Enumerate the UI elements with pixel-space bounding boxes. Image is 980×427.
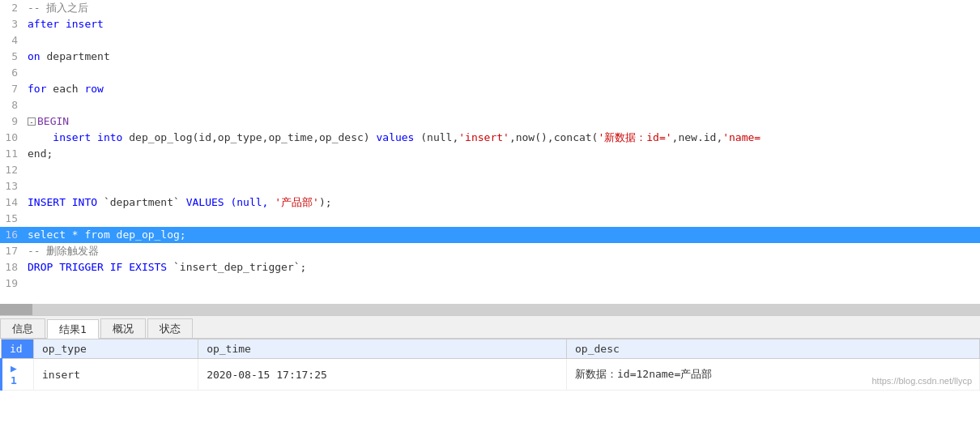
string-token: '新数据：id=' (598, 131, 671, 143)
keyword-token: after insert (28, 18, 104, 30)
code-line-14: 14 INSERT INTO `department` VALUES (null… (0, 194, 980, 211)
scrollbar-thumb[interactable] (0, 304, 32, 315)
code-line-10: 10 insert into dep_op_log(id,op_type,op_… (0, 130, 980, 146)
line-content (24, 162, 980, 178)
code-line-18: 18 DROP TRIGGER IF EXISTS `insert_dep_tr… (0, 259, 980, 275)
line-content: select * from dep_op_log; (24, 227, 980, 243)
code-table: 2 -- 插入之后 3 after insert 4 5 on departme… (0, 0, 980, 292)
keyword-token: for (28, 83, 53, 95)
text-token: ,now(),concat( (509, 131, 599, 143)
results-table: id op_type op_time op_desc ▶ 1 insert 20… (0, 339, 980, 391)
code-line-11: 11 end; (0, 146, 980, 162)
keyword-token: VALUES (null, (180, 196, 275, 208)
code-line-16: 16 select * from dep_op_log; (0, 227, 980, 243)
tab-info[interactable]: 信息 (0, 318, 45, 338)
line-number: 16 (0, 227, 24, 243)
line-content: INSERT INTO `department` VALUES (null, '… (24, 194, 980, 211)
text-token: `insert_dep_trigger` (173, 261, 300, 273)
text-token: department (46, 50, 109, 62)
line-content: insert into dep_op_log(id,op_type,op_tim… (24, 130, 980, 146)
line-content (24, 32, 980, 49)
col-header-id: id (2, 339, 34, 359)
results-header-row: id op_type op_time op_desc (2, 339, 980, 359)
editor-area[interactable]: 2 -- 插入之后 3 after insert 4 5 on departme… (0, 0, 980, 304)
string-token: '产品部' (275, 196, 319, 208)
code-line-2: 2 -- 插入之后 (0, 0, 980, 16)
line-number: 15 (0, 211, 24, 227)
line-content: -- 插入之后 (24, 0, 980, 16)
line-content: for each row (24, 81, 980, 97)
code-line-9: 9 -BEGIN (0, 113, 980, 130)
results-area: id op_type op_time op_desc ▶ 1 insert 20… (0, 339, 980, 391)
line-content (24, 275, 980, 292)
comment-token: -- 删除触发器 (28, 245, 99, 257)
keyword-token: insert into (28, 131, 129, 143)
line-number: 11 (0, 146, 24, 162)
line-content: on department (24, 49, 980, 65)
comment-token: -- 插入之后 (28, 2, 88, 14)
text-token: (null, (420, 131, 458, 143)
line-number: 14 (0, 194, 24, 211)
line-content (24, 65, 980, 81)
code-line-13: 13 (0, 178, 980, 194)
code-line-7: 7 for each row (0, 81, 980, 97)
text-token: ,new.id, (672, 131, 723, 143)
text-token: ; (300, 261, 307, 273)
code-line-3: 3 after insert (0, 16, 980, 32)
line-content: end; (24, 146, 980, 162)
horizontal-scrollbar[interactable] (0, 304, 980, 315)
line-content: after insert (24, 16, 980, 32)
code-line-17: 17 -- 删除触发器 (0, 243, 980, 259)
code-line-4: 4 (0, 32, 980, 49)
string-token: 'name= (722, 131, 761, 143)
line-number: 3 (0, 16, 24, 32)
keyword-token: on (28, 50, 46, 62)
line-number: 6 (0, 65, 24, 81)
tabs-bar: 信息 结果1 概况 状态 (0, 316, 980, 339)
line-number: 9 (0, 113, 24, 130)
line-number: 13 (0, 178, 24, 194)
tab-results1[interactable]: 结果1 (47, 319, 99, 339)
text-token: ); (319, 196, 332, 208)
line-content (24, 211, 980, 227)
line-number: 17 (0, 243, 24, 259)
keyword-token: row (79, 83, 104, 95)
line-number: 2 (0, 0, 24, 16)
text-token: `department` (104, 196, 180, 208)
cell-id: ▶ 1 (2, 359, 34, 391)
line-number: 12 (0, 162, 24, 178)
code-line-19: 19 (0, 275, 980, 292)
keyword-token: DROP TRIGGER IF EXISTS (28, 261, 173, 273)
tab-overview[interactable]: 概况 (100, 318, 146, 338)
cell-op-type: insert (34, 359, 198, 391)
line-number: 8 (0, 97, 24, 113)
watermark: https://blog.csdn.net/llycp (871, 376, 972, 386)
line-content: -- 删除触发器 (24, 243, 980, 259)
line-content (24, 97, 980, 113)
line-number: 4 (0, 32, 24, 49)
editor-wrapper: 2 -- 插入之后 3 after insert 4 5 on departme… (0, 0, 980, 391)
code-line-6: 6 (0, 65, 980, 81)
code-line-5: 5 on department (0, 49, 980, 65)
text-token: each (53, 83, 78, 95)
table-row: ▶ 1 insert 2020-08-15 17:17:25 新数据：id=12… (2, 359, 980, 391)
code-line-12: 12 (0, 162, 980, 178)
expand-icon[interactable]: - (28, 117, 36, 126)
col-header-op-desc: op_desc (567, 339, 980, 359)
cell-op-time: 2020-08-15 17:17:25 (198, 359, 567, 391)
code-line-15: 15 (0, 211, 980, 227)
line-number: 18 (0, 259, 24, 275)
col-header-op-type: op_type (34, 339, 198, 359)
line-content: -BEGIN (24, 113, 980, 130)
line-content (24, 178, 980, 194)
tab-status[interactable]: 状态 (147, 318, 193, 338)
keyword-token: values (376, 131, 420, 143)
line-number: 5 (0, 49, 24, 65)
keyword-token: BEGIN (37, 115, 69, 127)
line-number: 10 (0, 130, 24, 146)
text-token: end; (28, 147, 53, 160)
text-token: dep_op_log(id,op_type,op_time,op_desc) (129, 131, 376, 143)
string-token: 'insert' (458, 131, 509, 143)
keyword-token: INSERT INTO (28, 196, 104, 208)
code-line-8: 8 (0, 97, 980, 113)
